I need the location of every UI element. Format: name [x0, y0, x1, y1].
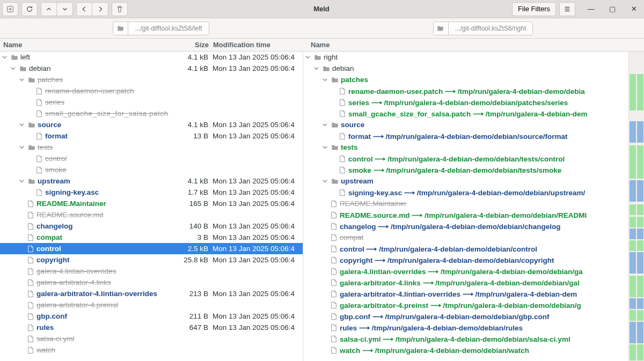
expander-icon[interactable] — [19, 145, 27, 150]
header-modification[interactable]: Modification time — [213, 41, 303, 49]
tree-row[interactable]: changelog ⟶ /tmp/run/galera-4-debian-dem… — [303, 220, 628, 232]
tree-row[interactable]: compat — [303, 232, 628, 243]
row-name: README.source.md — [36, 211, 178, 219]
row-name: format — [45, 132, 178, 140]
tree-row[interactable]: series ⟶ /tmp/run/galera-4-debian-demo/d… — [303, 97, 628, 108]
left-path-selector[interactable]: .../git-difftool.ksZtS6/left — [113, 21, 209, 35]
tree-row[interactable]: compat 3 B Mon 13 Jan 2025 05:06:4 — [0, 232, 303, 243]
tree-row[interactable]: upstream — [303, 175, 628, 187]
tree-row[interactable]: debian — [303, 63, 628, 74]
tree-row[interactable]: galera-arbitrator-4.lintian-overrides 21… — [0, 288, 303, 299]
tree-row[interactable]: debian 4.1 kB Mon 13 Jan 2025 05:06:4 — [0, 63, 303, 74]
tree-row[interactable]: copyright 25.8 kB Mon 13 Jan 2025 05:06:… — [0, 254, 303, 266]
tree-row[interactable]: right — [303, 51, 628, 63]
row-name: smoke — [45, 166, 178, 174]
delete-button[interactable] — [112, 2, 128, 16]
tree-row[interactable]: control ⟶ /tmp/run/galera-4-debian-demo/… — [303, 153, 628, 164]
row-size: 165 B — [178, 200, 213, 208]
refresh-button[interactable] — [21, 2, 38, 16]
tree-row[interactable]: salsa-ci.yml ⟶ /tmp/run/galera-4-debian-… — [303, 333, 628, 344]
forward-button[interactable] — [92, 2, 108, 16]
next-change-down-button[interactable] — [57, 2, 73, 16]
expander-icon[interactable] — [314, 66, 321, 71]
header-name[interactable]: Name — [311, 41, 644, 49]
tree-row[interactable]: series — [0, 97, 303, 108]
header-size[interactable]: Size — [179, 41, 213, 49]
tree-row[interactable]: source — [303, 119, 628, 130]
tree-row[interactable]: control ⟶ /tmp/run/galera-4-debian-demo/… — [303, 243, 628, 254]
tree-row[interactable]: salsa-ci.yml — [0, 333, 303, 344]
tree-row[interactable]: gbp.conf 211 B Mon 13 Jan 2025 05:06:4 — [0, 311, 303, 322]
tree-row[interactable]: rules ⟶ /tmp/run/galera-4-debian-demo/de… — [303, 322, 628, 333]
tree-row[interactable]: patches — [0, 74, 303, 85]
tree-row[interactable]: left 4.1 kB Mon 13 Jan 2025 05:06:4 — [0, 51, 303, 63]
tree-row[interactable]: README.Maintainer 165 B Mon 13 Jan 2025 … — [0, 198, 303, 209]
tree-row[interactable]: galera-arbitrator-4.lintian-overrides ⟶ … — [303, 288, 628, 299]
tree-row[interactable]: galera-arbitrator-4.links — [0, 277, 303, 288]
tree-row[interactable]: signing-key.asc 1.7 kB Mon 13 Jan 2025 0… — [0, 187, 303, 198]
tree-row[interactable]: galera-4.lintian-overrides — [0, 266, 303, 277]
back-button[interactable] — [76, 2, 92, 16]
expander-icon[interactable] — [2, 55, 10, 60]
change-overview-strip[interactable] — [629, 51, 644, 361]
header-name[interactable]: Name — [3, 41, 179, 49]
left-tree[interactable]: left 4.1 kB Mon 13 Jan 2025 05:06:4 debi… — [0, 51, 303, 361]
tree-row[interactable]: galera-arbitrator-4.links ⟶ /tmp/run/gal… — [303, 277, 628, 288]
row-size: 4.1 kB — [178, 64, 213, 72]
expander-icon[interactable] — [19, 179, 27, 183]
tree-row[interactable]: copyright ⟶ /tmp/run/galera-4-debian-dem… — [303, 254, 628, 266]
file-filters-button[interactable]: File Filters — [512, 2, 556, 16]
tree-row[interactable]: tests — [303, 142, 628, 153]
tree-row[interactable]: source 4.1 kB Mon 13 Jan 2025 05:06:4 — [0, 119, 303, 130]
hamburger-menu-button[interactable] — [559, 2, 575, 16]
tree-row[interactable]: README.source.md — [0, 209, 303, 220]
expander-icon[interactable] — [323, 122, 330, 127]
tree-row[interactable]: rename-daemon-user.patch ⟶ /tmp/run/gale… — [303, 85, 628, 97]
right-tree[interactable]: right debian patches rename-daemon-user.… — [303, 51, 629, 361]
tree-row[interactable]: upstream 4.1 kB Mon 13 Jan 2025 05:06:4 — [0, 175, 303, 187]
file-icon — [27, 313, 34, 320]
minimize-button[interactable]: — — [583, 2, 599, 16]
tree-row[interactable]: rename-daemon-user.patch — [0, 85, 303, 97]
tree-row[interactable]: small_gcache_size_for_salsa.patch ⟶ /tmp… — [303, 108, 628, 119]
tree-row[interactable]: watch ⟶ /tmp/run/galera-4-debian-demo/de… — [303, 344, 628, 356]
tree-row[interactable]: rules 647 B Mon 13 Jan 2025 05:06:4 — [0, 322, 303, 333]
row-name: galera-arbitrator-4.preinst — [36, 301, 178, 309]
tree-row[interactable]: control — [0, 153, 303, 164]
tree-row[interactable]: galera-arbitrator-4.preinst — [0, 299, 303, 311]
prev-change-up-button[interactable] — [41, 2, 57, 16]
tree-row[interactable]: signing-key.asc ⟶ /tmp/run/galera-4-debi… — [303, 187, 628, 198]
expander-icon[interactable] — [19, 122, 27, 127]
tree-row[interactable]: galera-arbitrator-4.preinst ⟶ /tmp/run/g… — [303, 299, 628, 311]
right-path-selector[interactable]: .../git-difftool.ksZtS6/right — [433, 21, 533, 35]
expander-icon[interactable] — [11, 66, 18, 71]
file-icon — [35, 155, 43, 163]
tree-row[interactable]: tests — [0, 142, 303, 153]
tree-row[interactable]: smoke — [0, 164, 303, 175]
tree-row[interactable]: patches — [303, 74, 628, 85]
new-tab-button[interactable] — [2, 2, 18, 16]
tree-row[interactable]: format ⟶ /tmp/run/galera-4-debian-demo/d… — [303, 130, 628, 142]
expander-icon[interactable] — [323, 145, 330, 150]
tree-row[interactable]: README.Maintainer — [303, 198, 628, 209]
row-mod: Mon 13 Jan 2025 05:06:4 — [213, 256, 303, 264]
tree-row[interactable]: galera-4.lintian-overrides ⟶ /tmp/run/ga… — [303, 266, 628, 277]
tree-row[interactable]: small_gcache_size_for_salsa.patch — [0, 108, 303, 119]
tree-row[interactable]: smoke ⟶ /tmp/run/galera-4-debian-demo/de… — [303, 164, 628, 175]
expander-icon[interactable] — [323, 77, 330, 82]
expander-icon[interactable] — [305, 55, 313, 60]
tree-row[interactable]: README.source.md ⟶ /tmp/run/galera-4-deb… — [303, 209, 628, 220]
row-mod: Mon 13 Jan 2025 05:06:4 — [213, 132, 303, 140]
tree-row[interactable]: gbp.conf ⟶ /tmp/run/galera-4-debian-demo… — [303, 311, 628, 322]
close-button[interactable]: ✕ — [626, 2, 642, 16]
row-name: galera-arbitrator-4.lintian-overrides ⟶ … — [340, 290, 628, 298]
tree-row[interactable]: format 13 B Mon 13 Jan 2025 05:06:4 — [0, 130, 303, 142]
expander-icon[interactable] — [19, 77, 27, 82]
row-name: gbp.conf ⟶ /tmp/run/galera-4-debian-demo… — [340, 312, 628, 321]
expander-icon[interactable] — [323, 179, 330, 183]
tree-row[interactable]: changelog 140 B Mon 13 Jan 2025 05:06:4 — [0, 220, 303, 232]
tree-row[interactable]: watch — [0, 344, 303, 356]
row-size: 4.1 kB — [178, 121, 213, 129]
tree-row-selected[interactable]: control 2.5 kB Mon 13 Jan 2025 05:06:4 — [0, 243, 303, 254]
maximize-button[interactable]: ▢ — [604, 2, 620, 16]
